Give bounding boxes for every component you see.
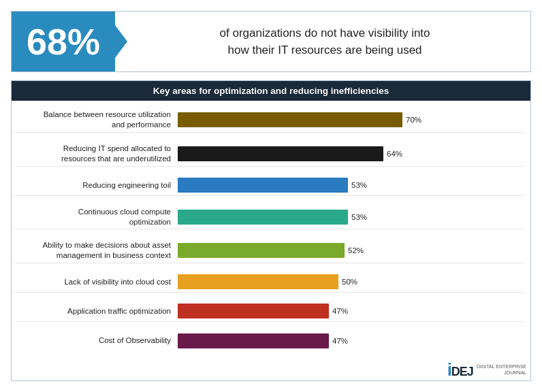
bar-area: 53% — [178, 210, 524, 225]
bar-value-label: 53% — [351, 213, 367, 221]
bar — [178, 178, 348, 193]
bar-area: 70% — [178, 112, 524, 127]
chart-row: Balance between resource utilizationand … — [14, 108, 524, 133]
bar — [178, 274, 338, 289]
bar-area: 53% — [178, 178, 524, 193]
bar — [178, 304, 329, 318]
bar-area: 64% — [178, 146, 524, 161]
bar-value-label: 47% — [332, 337, 348, 345]
bar — [178, 146, 383, 161]
chart-body: Balance between resource utilizationand … — [12, 101, 530, 358]
stat-right: of organizations do not have visibility … — [115, 12, 530, 71]
page-container: 68% of organizations do not have visibil… — [0, 0, 542, 392]
chart-row: Continuous cloud computeoptimization53% — [14, 205, 524, 230]
row-label: Reducing IT spend allocated toresources … — [14, 144, 178, 164]
bar-area: 50% — [178, 274, 524, 289]
row-label: Continuous cloud computeoptimization — [14, 207, 178, 227]
row-label: Lack of visibility into cloud cost — [14, 277, 178, 287]
bar-area: 47% — [178, 304, 524, 318]
bar-value-label: 70% — [406, 116, 421, 124]
bar-value-label: 64% — [387, 150, 402, 158]
bar-value-label: 47% — [332, 307, 348, 315]
bar-value-label: 50% — [342, 278, 357, 286]
row-label: Balance between resource utilizationand … — [14, 110, 178, 130]
stat-banner: 68% of organizations do not have visibil… — [11, 11, 531, 72]
logo-subtitle: DIGITAL ENTERPRISE JOURNAL — [477, 364, 526, 376]
chart-row: Ability to make decisions about assetman… — [14, 238, 524, 263]
row-label: Application traffic optimization — [14, 306, 178, 316]
chart-section: Key areas for optimization and reducing … — [11, 80, 531, 381]
stat-left: 68% — [12, 12, 115, 71]
chart-row: Lack of visibility into cloud cost50% — [14, 272, 524, 293]
bar-value-label: 53% — [351, 181, 367, 189]
stat-percent: 68% — [27, 23, 100, 60]
row-label: Ability to make decisions about assetman… — [14, 240, 178, 261]
chart-row: Reducing IT spend allocated toresources … — [14, 142, 524, 167]
bar-area: 47% — [178, 333, 524, 348]
row-label: Cost of Observability — [14, 336, 178, 346]
bar-value-label: 52% — [348, 246, 364, 255]
chart-title: Key areas for optimization and reducing … — [12, 81, 530, 101]
logo-area: iDEJ DIGITAL ENTERPRISE JOURNAL — [12, 358, 530, 380]
stat-text: of organizations do not have visibility … — [220, 24, 430, 59]
chart-row: Application traffic optimization47% — [14, 301, 524, 322]
chart-row: Reducing engineering toil53% — [14, 176, 524, 196]
bar — [178, 243, 345, 258]
bar-area: 52% — [178, 243, 524, 258]
chart-row: Cost of Observability47% — [14, 331, 524, 351]
bar — [178, 210, 348, 225]
row-label: Reducing engineering toil — [14, 180, 178, 191]
bar — [178, 333, 329, 348]
bar — [178, 112, 402, 127]
logo-text: iDEJ — [447, 359, 473, 380]
